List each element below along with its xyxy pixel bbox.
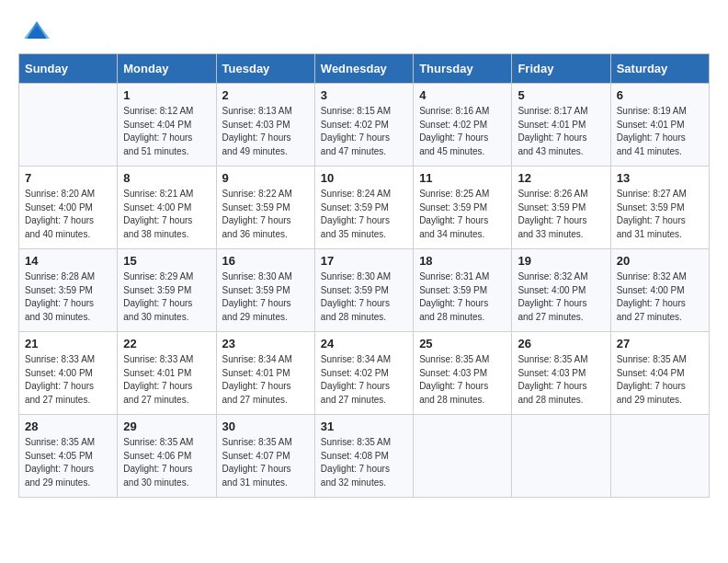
day-number: 13 — [617, 171, 703, 185]
day-number: 8 — [123, 171, 210, 185]
day-info: Sunrise: 8:35 AM Sunset: 4:08 PM Dayligh… — [321, 436, 407, 489]
day-info: Sunrise: 8:31 AM Sunset: 3:59 PM Dayligh… — [419, 270, 506, 324]
calendar-cell: 9Sunrise: 8:22 AM Sunset: 3:59 PM Daylig… — [216, 167, 314, 249]
day-info: Sunrise: 8:12 AM Sunset: 4:04 PM Dayligh… — [123, 105, 210, 158]
day-number: 10 — [321, 171, 407, 185]
day-number: 20 — [617, 254, 703, 268]
day-info: Sunrise: 8:26 AM Sunset: 3:59 PM Dayligh… — [518, 188, 604, 241]
calendar-cell: 23Sunrise: 8:34 AM Sunset: 4:01 PM Dayli… — [216, 332, 314, 415]
calendar-cell: 18Sunrise: 8:31 AM Sunset: 3:59 PM Dayli… — [414, 249, 512, 332]
weekday-header: Wednesday — [314, 54, 413, 84]
calendar-cell: 12Sunrise: 8:26 AM Sunset: 3:59 PM Dayli… — [512, 167, 610, 249]
calendar-cell: 31Sunrise: 8:35 AM Sunset: 4:08 PM Dayli… — [314, 415, 413, 498]
day-info: Sunrise: 8:22 AM Sunset: 3:59 PM Dayligh… — [222, 188, 309, 241]
calendar-cell — [610, 415, 709, 498]
calendar-cell: 21Sunrise: 8:33 AM Sunset: 4:00 PM Dayli… — [19, 332, 118, 415]
day-info: Sunrise: 8:33 AM Sunset: 4:00 PM Dayligh… — [25, 353, 111, 407]
calendar-cell — [414, 415, 512, 498]
calendar-cell: 14Sunrise: 8:28 AM Sunset: 3:59 PM Dayli… — [19, 249, 118, 332]
calendar-cell: 17Sunrise: 8:30 AM Sunset: 3:59 PM Dayli… — [314, 249, 413, 332]
day-info: Sunrise: 8:15 AM Sunset: 4:02 PM Dayligh… — [321, 105, 407, 158]
day-info: Sunrise: 8:33 AM Sunset: 4:01 PM Dayligh… — [123, 353, 210, 407]
day-number: 15 — [123, 254, 210, 268]
day-info: Sunrise: 8:17 AM Sunset: 4:01 PM Dayligh… — [518, 105, 604, 158]
day-number: 31 — [321, 419, 407, 433]
logo — [18, 18, 50, 39]
day-info: Sunrise: 8:34 AM Sunset: 4:01 PM Dayligh… — [222, 353, 309, 407]
day-number: 3 — [321, 88, 407, 102]
calendar-cell: 25Sunrise: 8:35 AM Sunset: 4:03 PM Dayli… — [414, 332, 512, 415]
calendar-cell: 6Sunrise: 8:19 AM Sunset: 4:01 PM Daylig… — [610, 84, 709, 167]
calendar-cell: 15Sunrise: 8:29 AM Sunset: 3:59 PM Dayli… — [118, 249, 216, 332]
day-info: Sunrise: 8:35 AM Sunset: 4:06 PM Dayligh… — [123, 436, 210, 489]
calendar-cell — [19, 84, 118, 167]
calendar-cell: 1Sunrise: 8:12 AM Sunset: 4:04 PM Daylig… — [118, 84, 216, 167]
day-number: 21 — [25, 337, 111, 350]
calendar-cell: 4Sunrise: 8:16 AM Sunset: 4:02 PM Daylig… — [414, 84, 512, 167]
logo-icon — [24, 18, 50, 39]
day-number: 29 — [123, 419, 210, 433]
calendar-cell: 28Sunrise: 8:35 AM Sunset: 4:05 PM Dayli… — [19, 415, 118, 498]
day-number: 18 — [419, 254, 506, 268]
weekday-header: Friday — [512, 54, 610, 84]
day-info: Sunrise: 8:35 AM Sunset: 4:05 PM Dayligh… — [25, 436, 111, 489]
day-number: 1 — [123, 88, 210, 102]
day-number: 24 — [321, 337, 407, 350]
day-info: Sunrise: 8:35 AM Sunset: 4:07 PM Dayligh… — [222, 436, 309, 489]
day-number: 16 — [222, 254, 309, 268]
calendar-cell: 13Sunrise: 8:27 AM Sunset: 3:59 PM Dayli… — [610, 167, 709, 249]
calendar-week-row: 21Sunrise: 8:33 AM Sunset: 4:00 PM Dayli… — [19, 332, 710, 415]
calendar-week-row: 7Sunrise: 8:20 AM Sunset: 4:00 PM Daylig… — [19, 167, 710, 249]
day-info: Sunrise: 8:25 AM Sunset: 3:59 PM Dayligh… — [419, 188, 506, 241]
day-info: Sunrise: 8:13 AM Sunset: 4:03 PM Dayligh… — [222, 105, 309, 158]
page-header — [18, 18, 710, 39]
day-info: Sunrise: 8:32 AM Sunset: 4:00 PM Dayligh… — [617, 270, 703, 324]
day-number: 22 — [123, 337, 210, 350]
weekday-header: Tuesday — [216, 54, 314, 84]
calendar-cell: 5Sunrise: 8:17 AM Sunset: 4:01 PM Daylig… — [512, 84, 610, 167]
weekday-header: Saturday — [610, 54, 709, 84]
day-number: 19 — [518, 254, 604, 268]
day-info: Sunrise: 8:19 AM Sunset: 4:01 PM Dayligh… — [617, 105, 703, 158]
weekday-header: Sunday — [19, 54, 118, 84]
calendar-cell: 29Sunrise: 8:35 AM Sunset: 4:06 PM Dayli… — [118, 415, 216, 498]
day-number: 12 — [518, 171, 604, 185]
day-info: Sunrise: 8:27 AM Sunset: 3:59 PM Dayligh… — [617, 188, 703, 241]
day-number: 23 — [222, 337, 309, 350]
weekday-header: Monday — [118, 54, 216, 84]
day-number: 27 — [617, 337, 703, 350]
day-number: 25 — [419, 337, 506, 350]
day-info: Sunrise: 8:34 AM Sunset: 4:02 PM Dayligh… — [321, 353, 407, 407]
calendar-cell: 3Sunrise: 8:15 AM Sunset: 4:02 PM Daylig… — [314, 84, 413, 167]
day-number: 5 — [518, 88, 604, 102]
day-info: Sunrise: 8:35 AM Sunset: 4:03 PM Dayligh… — [419, 353, 506, 407]
day-info: Sunrise: 8:21 AM Sunset: 4:00 PM Dayligh… — [123, 188, 210, 241]
calendar-cell: 2Sunrise: 8:13 AM Sunset: 4:03 PM Daylig… — [216, 84, 314, 167]
day-info: Sunrise: 8:32 AM Sunset: 4:00 PM Dayligh… — [518, 270, 604, 324]
calendar-cell: 8Sunrise: 8:21 AM Sunset: 4:00 PM Daylig… — [118, 167, 216, 249]
calendar-table: SundayMondayTuesdayWednesdayThursdayFrid… — [18, 53, 710, 498]
calendar-cell: 19Sunrise: 8:32 AM Sunset: 4:00 PM Dayli… — [512, 249, 610, 332]
calendar-cell: 24Sunrise: 8:34 AM Sunset: 4:02 PM Dayli… — [314, 332, 413, 415]
day-number: 6 — [617, 88, 703, 102]
day-info: Sunrise: 8:30 AM Sunset: 3:59 PM Dayligh… — [222, 270, 309, 324]
day-info: Sunrise: 8:24 AM Sunset: 3:59 PM Dayligh… — [321, 188, 407, 241]
calendar-cell: 11Sunrise: 8:25 AM Sunset: 3:59 PM Dayli… — [414, 167, 512, 249]
calendar-cell — [512, 415, 610, 498]
day-info: Sunrise: 8:20 AM Sunset: 4:00 PM Dayligh… — [25, 188, 111, 241]
calendar-week-row: 1Sunrise: 8:12 AM Sunset: 4:04 PM Daylig… — [19, 84, 710, 167]
day-info: Sunrise: 8:29 AM Sunset: 3:59 PM Dayligh… — [123, 270, 210, 324]
day-number: 28 — [25, 419, 111, 433]
weekday-header: Thursday — [414, 54, 512, 84]
day-info: Sunrise: 8:35 AM Sunset: 4:03 PM Dayligh… — [518, 353, 604, 407]
day-info: Sunrise: 8:35 AM Sunset: 4:04 PM Dayligh… — [617, 353, 703, 407]
day-info: Sunrise: 8:30 AM Sunset: 3:59 PM Dayligh… — [321, 270, 407, 324]
calendar-cell: 16Sunrise: 8:30 AM Sunset: 3:59 PM Dayli… — [216, 249, 314, 332]
day-number: 17 — [321, 254, 407, 268]
calendar-cell: 26Sunrise: 8:35 AM Sunset: 4:03 PM Dayli… — [512, 332, 610, 415]
day-number: 11 — [419, 171, 506, 185]
calendar-cell: 10Sunrise: 8:24 AM Sunset: 3:59 PM Dayli… — [314, 167, 413, 249]
day-info: Sunrise: 8:16 AM Sunset: 4:02 PM Dayligh… — [419, 105, 506, 158]
day-number: 2 — [222, 88, 309, 102]
calendar-week-row: 14Sunrise: 8:28 AM Sunset: 3:59 PM Dayli… — [19, 249, 710, 332]
